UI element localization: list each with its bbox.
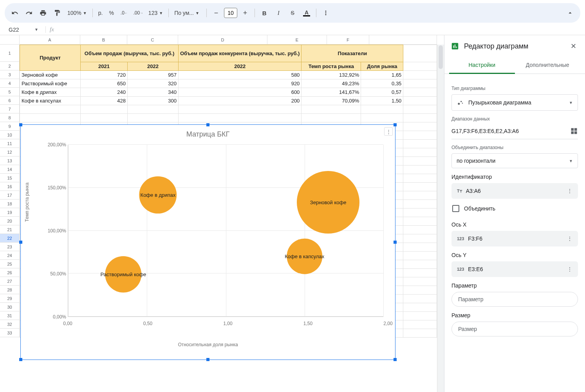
row-header[interactable]: 17 xyxy=(0,191,20,200)
cell[interactable]: Зерновой кофе xyxy=(20,71,81,79)
row-header[interactable]: 9 xyxy=(0,122,20,131)
yaxis-menu[interactable]: ⋮ xyxy=(567,266,572,272)
increase-decimal-button[interactable]: .00→ xyxy=(132,7,144,19)
bold-button[interactable]: B xyxy=(258,7,271,19)
cell[interactable]: 2022 xyxy=(128,62,179,71)
cell[interactable]: Объем продаж (выручка, тыс. руб.) xyxy=(81,45,179,62)
cell[interactable]: 2022 xyxy=(179,62,302,71)
cell[interactable]: Доля рынка xyxy=(361,62,403,71)
cell[interactable]: 49,23% xyxy=(302,79,361,88)
row-header[interactable]: 14 xyxy=(0,165,20,174)
cell[interactable] xyxy=(128,114,179,122)
chart-object[interactable]: ⋮ Матрица БКГ Темп роста рынка Зерновой … xyxy=(20,124,395,360)
cell[interactable]: 600 xyxy=(179,88,302,97)
row-header[interactable]: 2 xyxy=(0,62,20,70)
cell[interactable]: 580 xyxy=(179,71,302,79)
row-header[interactable]: 28 xyxy=(0,286,20,294)
cell[interactable]: 1,65 xyxy=(361,71,403,79)
number-format-select[interactable]: 123 ▼ xyxy=(146,10,165,16)
cell[interactable] xyxy=(179,105,302,114)
row-header[interactable]: 3 xyxy=(0,70,20,79)
data-range-input[interactable]: G17,F3:F6,E3:E6,E2,A3:A6 xyxy=(451,128,567,134)
cell[interactable]: Объем продаж конкурента (выручка, тыс. р… xyxy=(179,45,302,62)
xaxis-menu[interactable]: ⋮ xyxy=(567,236,572,242)
cell[interactable]: 300 xyxy=(128,97,179,105)
xaxis-chip[interactable]: 123 F3:F6 ⋮ xyxy=(451,231,578,246)
zoom-select[interactable]: 100% ▼ xyxy=(65,10,89,16)
cell[interactable]: 0,35 xyxy=(361,79,403,88)
cell[interactable]: Кофе в капсулах xyxy=(20,97,81,105)
cell[interactable] xyxy=(361,114,403,122)
select-range-icon[interactable] xyxy=(570,127,578,135)
cell[interactable]: 720 xyxy=(81,71,128,79)
font-size-increase[interactable]: + xyxy=(239,7,251,19)
yaxis-chip[interactable]: 123 E3:E6 ⋮ xyxy=(451,261,578,277)
cell[interactable]: Кофе в дрипах xyxy=(20,88,81,97)
cell[interactable]: 132,92% xyxy=(302,71,361,79)
more-button[interactable] xyxy=(320,7,332,19)
row-header[interactable]: 26 xyxy=(0,268,20,277)
font-select[interactable]: По ум... ▼ xyxy=(172,10,203,16)
cell[interactable] xyxy=(302,114,361,122)
row-header[interactable]: 24 xyxy=(0,251,20,260)
tab-customize[interactable]: Дополнительные xyxy=(515,57,581,74)
cell[interactable]: 240 xyxy=(81,88,128,97)
row-header[interactable]: 20 xyxy=(0,217,20,225)
undo-button[interactable] xyxy=(9,7,21,19)
row-header[interactable]: 27 xyxy=(0,277,20,286)
chart-type-select[interactable]: Пузырьковая диаграмма ▼ xyxy=(451,94,578,111)
cell[interactable]: 320 xyxy=(128,79,179,88)
size-input[interactable]: Размер xyxy=(451,322,578,336)
name-box[interactable]: G22▼ xyxy=(5,25,42,34)
strikethrough-button[interactable]: S xyxy=(286,7,299,19)
text-color-button[interactable]: A xyxy=(300,7,313,19)
row-header[interactable]: 5 xyxy=(0,88,20,96)
row-header[interactable]: 6 xyxy=(0,96,20,105)
column-header[interactable]: A xyxy=(20,35,80,45)
cell[interactable] xyxy=(20,114,81,122)
redo-button[interactable] xyxy=(23,7,35,19)
tab-setup[interactable]: Настройки xyxy=(449,57,515,74)
cell[interactable]: 1,50 xyxy=(361,97,403,105)
row-header[interactable]: 19 xyxy=(0,208,20,217)
row-header[interactable]: 12 xyxy=(0,148,20,156)
identifier-chip[interactable]: Tᴛ A3:A6 ⋮ xyxy=(451,183,578,199)
column-header[interactable]: C xyxy=(127,35,178,45)
cell[interactable]: Показатели xyxy=(302,45,403,62)
row-header[interactable]: 1 xyxy=(0,45,20,62)
identifier-menu[interactable]: ⋮ xyxy=(567,188,572,194)
row-header[interactable]: 8 xyxy=(0,113,20,122)
cell[interactable]: 340 xyxy=(128,88,179,97)
cell[interactable]: 2021 xyxy=(81,62,128,71)
merge-checkbox[interactable]: Объединить xyxy=(451,201,578,216)
param-input[interactable]: Параметр xyxy=(451,292,578,307)
row-header[interactable]: 16 xyxy=(0,182,20,191)
cell[interactable]: 920 xyxy=(179,79,302,88)
cell[interactable]: 70,09% xyxy=(302,97,361,105)
row-header[interactable]: 15 xyxy=(0,174,20,182)
column-header[interactable]: B xyxy=(80,35,127,45)
row-header[interactable]: 10 xyxy=(0,131,20,139)
font-size-decrease[interactable]: − xyxy=(210,7,222,19)
italic-button[interactable]: I xyxy=(272,7,285,19)
paint-format-button[interactable] xyxy=(51,7,63,19)
row-header[interactable]: 23 xyxy=(0,243,20,251)
cell[interactable]: Продукт xyxy=(20,45,81,71)
cell[interactable]: Растворимый кофе xyxy=(20,79,81,88)
chart-menu-button[interactable]: ⋮ xyxy=(384,127,393,136)
column-header[interactable]: D xyxy=(178,35,267,45)
cell[interactable] xyxy=(179,114,302,122)
row-header[interactable]: 31 xyxy=(0,311,20,320)
column-header[interactable]: E xyxy=(267,35,327,45)
spreadsheet-grid[interactable]: ABCDEF 123456789101112131415161718192021… xyxy=(0,35,444,392)
row-header[interactable]: 21 xyxy=(0,225,20,234)
row-header[interactable]: 13 xyxy=(0,156,20,165)
cell[interactable] xyxy=(81,114,128,122)
close-sidebar-button[interactable]: ✕ xyxy=(568,41,579,52)
cell[interactable]: 0,57 xyxy=(361,88,403,97)
cell[interactable]: Темп роста рынка xyxy=(302,62,361,71)
cell[interactable]: 141,67% xyxy=(302,88,361,97)
row-header[interactable]: 4 xyxy=(0,79,20,88)
vertical-scrollbar[interactable] xyxy=(437,45,444,392)
cell[interactable]: 428 xyxy=(81,97,128,105)
